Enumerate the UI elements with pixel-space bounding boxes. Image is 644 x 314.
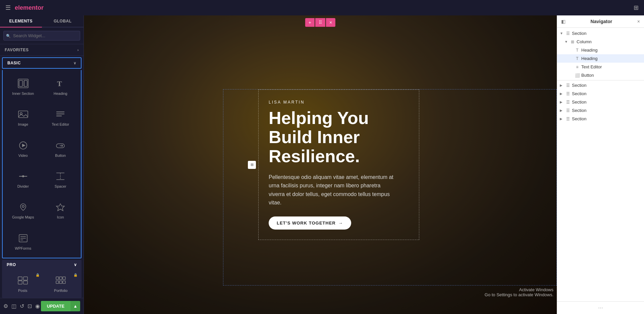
widget-video[interactable]: Video (5, 133, 42, 164)
widget-wpforms[interactable]: WPForms (5, 226, 42, 256)
tree-chevron-col-icon: ▼ (565, 40, 569, 44)
text-editor-label: Text Editor (52, 122, 69, 126)
widget-spacer[interactable]: Spacer (42, 164, 79, 194)
tree-chevron-icon: ▼ (560, 32, 564, 35)
left-panel: ELEMENTS GLOBAL FAVORITES › BASIC ∨ (0, 15, 84, 314)
svg-rect-28 (23, 281, 28, 284)
tree-item-section-4[interactable]: ▶ ☰ Section (557, 106, 644, 115)
tree-section-4-label: Section (572, 108, 586, 113)
widget-portfolio[interactable]: 🔒 Portfolio (42, 271, 80, 296)
tree-item-heading-2[interactable]: T Heading (557, 54, 644, 63)
text-editor-icon (55, 110, 66, 120)
widget-icon[interactable]: Icon (42, 195, 79, 225)
tree-button-label: Button (581, 73, 594, 78)
eye-icon[interactable]: ◉ (35, 303, 40, 309)
tree-item-section-1[interactable]: ▶ ☰ Section (557, 81, 644, 89)
tree-item-section-3[interactable]: ▶ ☰ Section (557, 98, 644, 106)
tree-item-column[interactable]: ▼ ⊞ Column (557, 38, 644, 46)
responsive-icon[interactable]: ⊡ (28, 303, 32, 309)
hero-cta-button[interactable]: LET'S WORK TOGETHER → (269, 216, 351, 230)
navigator-title: Navigator (591, 19, 612, 24)
svg-rect-31 (63, 277, 65, 279)
svg-marker-20 (56, 204, 64, 211)
svg-rect-33 (59, 281, 62, 284)
widget-image[interactable]: Image (5, 102, 42, 132)
widget-text-editor[interactable]: Text Editor (42, 102, 79, 132)
update-btn-group: UPDATE ▲ (41, 301, 80, 311)
tree-item-text-editor[interactable]: ≡ Text Editor (557, 63, 644, 71)
spacer-icon (55, 172, 66, 182)
tree-chevron-s1-icon: ▶ (560, 83, 564, 87)
button-label: Button (55, 153, 66, 158)
posts-icon (17, 276, 28, 287)
navigator-header: ◧ Navigator × (557, 15, 644, 28)
tree-heading-1-label: Heading (581, 48, 597, 53)
svg-rect-30 (59, 277, 62, 279)
hero-body-text: Pellentesque odio aliquam vitae amet, el… (269, 173, 396, 207)
tab-elements[interactable]: ELEMENTS (0, 15, 42, 27)
svg-rect-34 (63, 281, 65, 284)
maps-icon (18, 202, 29, 213)
elementor-logo: elementor (15, 4, 44, 11)
canvas-add-button[interactable]: + (305, 18, 315, 27)
search-input[interactable] (3, 31, 80, 41)
tab-global[interactable]: GLOBAL (42, 15, 84, 27)
widget-heading[interactable]: T Heading (42, 71, 79, 102)
update-button[interactable]: UPDATE (41, 301, 70, 311)
grid-icon[interactable]: ⊞ (634, 4, 639, 11)
pro-section-header[interactable]: PRO ∨ (2, 260, 82, 270)
hero-cta-label: LET'S WORK TOGETHER (277, 221, 336, 226)
column-handle[interactable]: ⊞ (248, 161, 256, 169)
posts-lock-icon: 🔒 (36, 273, 40, 277)
settings-icon[interactable]: ⚙ (3, 303, 8, 309)
history-icon[interactable]: ↺ (20, 303, 24, 309)
svg-rect-32 (56, 281, 59, 284)
tree-section-2-label: Section (572, 91, 586, 96)
icon-label: Icon (57, 215, 64, 219)
tree-item-heading-1[interactable]: T Heading (557, 46, 644, 54)
favorites-label: FAVORITES (5, 48, 29, 52)
tree-column-label: Column (577, 39, 592, 44)
tree-item-section-5[interactable]: ▶ ☰ Section (557, 115, 644, 123)
svg-rect-5 (18, 111, 28, 118)
inner-section-label: Inner Section (12, 91, 34, 96)
section-3-icon: ☰ (565, 100, 571, 105)
svg-rect-25 (18, 277, 22, 280)
layers-icon[interactable]: ◫ (11, 303, 16, 309)
tree-item-section-0[interactable]: ▼ ☰ Section (557, 29, 644, 38)
section-icon: ☰ (565, 31, 571, 36)
basic-label: BASIC (7, 61, 21, 65)
update-arrow-button[interactable]: ▲ (70, 301, 80, 311)
bottom-left: ⚙ ◫ ↺ ⊡ ◉ (3, 303, 40, 309)
main-layout: ELEMENTS GLOBAL FAVORITES › BASIC ∨ (0, 15, 644, 314)
canvas-close-button[interactable]: × (326, 18, 335, 27)
canvas-top-bar: + ⠿ × (305, 18, 335, 27)
widget-google-maps[interactable]: Google Maps (5, 195, 42, 225)
basic-section-header[interactable]: BASIC ∨ (2, 57, 82, 69)
tree-section-3-label: Section (572, 100, 586, 105)
svg-rect-26 (18, 281, 22, 284)
tree-chevron-s5-icon: ▶ (560, 117, 564, 121)
svg-point-19 (22, 205, 24, 207)
tree-item-button[interactable]: ⬜ Button (557, 71, 644, 79)
canvas-move-button[interactable]: ⠿ (315, 18, 325, 27)
basic-chevron-icon: ∨ (73, 61, 76, 65)
tree-section-0-label: Section (572, 31, 586, 36)
wpforms-label: WPForms (15, 246, 31, 250)
top-bar: ☰ elementor ⊞ (0, 0, 644, 15)
widget-divider[interactable]: Divider (5, 164, 42, 194)
favorites-section[interactable]: FAVORITES › (0, 44, 84, 56)
tree-text-editor-label: Text Editor (581, 64, 602, 69)
widget-inner-section[interactable]: Inner Section (5, 71, 42, 102)
hamburger-icon[interactable]: ☰ (5, 4, 11, 11)
widget-button[interactable]: Button (42, 133, 79, 164)
tree-item-section-2[interactable]: ▶ ☰ Section (557, 89, 644, 98)
section-4-icon: ☰ (565, 108, 571, 113)
navigator-close-icon[interactable]: × (637, 19, 640, 24)
navigator-footer: ··· (557, 301, 644, 314)
divider-label: Divider (17, 184, 29, 188)
tree-chevron-s3-icon: ▶ (560, 100, 564, 104)
google-maps-label: Google Maps (12, 215, 34, 219)
divider-icon (18, 172, 29, 182)
widget-posts[interactable]: 🔒 Posts (4, 271, 42, 296)
